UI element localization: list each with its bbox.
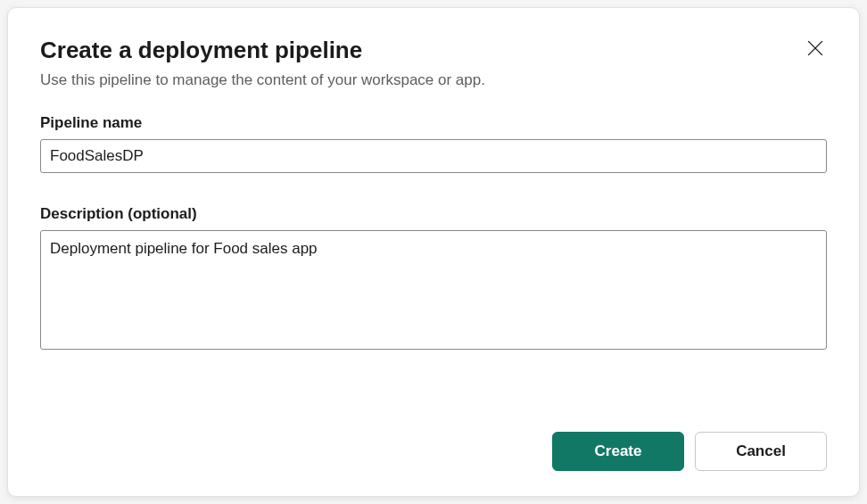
pipeline-name-input[interactable]	[40, 139, 827, 173]
description-group: Description (optional)	[40, 205, 827, 353]
description-label: Description (optional)	[40, 205, 827, 223]
create-pipeline-dialog: Create a deployment pipeline Use this pi…	[7, 7, 860, 497]
dialog-heading-block: Create a deployment pipeline	[40, 37, 362, 71]
close-icon	[807, 40, 823, 56]
dialog-title: Create a deployment pipeline	[40, 37, 362, 64]
close-button[interactable]	[804, 37, 827, 60]
description-input[interactable]	[40, 230, 827, 350]
dialog-footer: Create Cancel	[40, 410, 827, 471]
pipeline-name-label: Pipeline name	[40, 114, 827, 132]
cancel-button[interactable]: Cancel	[695, 432, 827, 471]
dialog-header: Create a deployment pipeline	[40, 37, 827, 71]
dialog-subtitle: Use this pipeline to manage the content …	[40, 71, 827, 89]
create-button[interactable]: Create	[552, 432, 684, 471]
pipeline-name-group: Pipeline name	[40, 114, 827, 173]
